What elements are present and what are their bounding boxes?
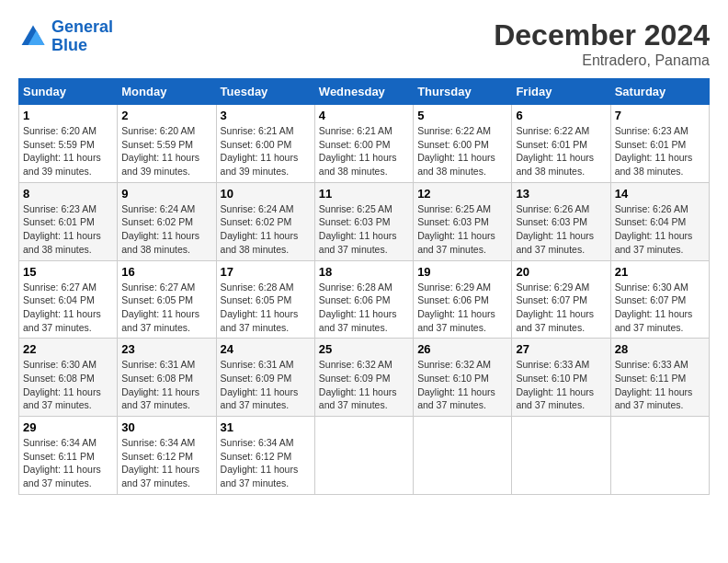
day-header-wednesday: Wednesday: [314, 79, 413, 105]
calendar-cell: [414, 417, 512, 495]
day-number: 19: [417, 265, 507, 279]
day-info: Sunrise: 6:20 AMSunset: 5:59 PMDaylight:…: [121, 124, 211, 178]
calendar-cell: 11 Sunrise: 6:25 AMSunset: 6:03 PMDaylig…: [314, 182, 413, 260]
calendar-cell: 2 Sunrise: 6:20 AMSunset: 5:59 PMDayligh…: [118, 105, 216, 183]
day-info: Sunrise: 6:20 AMSunset: 5:59 PMDaylight:…: [23, 124, 113, 178]
calendar-cell: [314, 417, 413, 495]
day-info: Sunrise: 6:28 AMSunset: 6:05 PMDaylight:…: [221, 281, 311, 335]
day-number: 24: [221, 342, 311, 356]
calendar-table: SundayMondayTuesdayWednesdayThursdayFrid…: [18, 78, 710, 495]
calendar-cell: 6 Sunrise: 6:22 AMSunset: 6:01 PMDayligh…: [512, 105, 610, 183]
logo: General Blue: [18, 18, 113, 55]
day-info: Sunrise: 6:23 AMSunset: 6:01 PMDaylight:…: [23, 202, 113, 257]
day-info: Sunrise: 6:29 AMSunset: 6:07 PMDaylight:…: [516, 281, 606, 335]
calendar-cell: 4 Sunrise: 6:21 AMSunset: 6:00 PMDayligh…: [314, 105, 413, 183]
main-title: December 2024: [494, 18, 710, 52]
day-number: 26: [417, 342, 507, 356]
day-info: Sunrise: 6:22 AMSunset: 6:00 PMDaylight:…: [417, 124, 507, 178]
day-info: Sunrise: 6:24 AMSunset: 6:02 PMDaylight:…: [221, 202, 311, 257]
day-header-monday: Monday: [118, 79, 216, 105]
day-info: Sunrise: 6:32 AMSunset: 6:10 PMDaylight:…: [417, 358, 507, 412]
calendar-cell: 26 Sunrise: 6:32 AMSunset: 6:10 PMDaylig…: [414, 339, 512, 417]
day-number: 31: [221, 420, 311, 434]
calendar-cell: 14 Sunrise: 6:26 AMSunset: 6:04 PMDaylig…: [610, 182, 709, 260]
day-header-sunday: Sunday: [19, 79, 118, 105]
day-info: Sunrise: 6:26 AMSunset: 6:03 PMDaylight:…: [516, 202, 606, 257]
calendar-cell: 7 Sunrise: 6:23 AMSunset: 6:01 PMDayligh…: [610, 105, 709, 183]
day-header-thursday: Thursday: [414, 79, 512, 105]
day-header-friday: Friday: [512, 79, 610, 105]
day-number: 6: [516, 109, 606, 122]
day-number: 16: [121, 265, 211, 279]
day-number: 18: [319, 265, 409, 279]
day-number: 20: [516, 265, 606, 279]
day-info: Sunrise: 6:22 AMSunset: 6:01 PMDaylight:…: [516, 124, 606, 178]
logo-text: General Blue: [51, 18, 113, 55]
page-header: General Blue December 2024 Entradero, Pa…: [18, 18, 710, 69]
day-number: 14: [615, 187, 705, 201]
title-block: December 2024 Entradero, Panama: [494, 18, 710, 69]
day-number: 12: [417, 187, 507, 201]
day-info: Sunrise: 6:32 AMSunset: 6:09 PMDaylight:…: [319, 358, 409, 412]
day-info: Sunrise: 6:27 AMSunset: 6:04 PMDaylight:…: [23, 281, 113, 335]
day-number: 27: [516, 342, 606, 356]
day-info: Sunrise: 6:34 AMSunset: 6:11 PMDaylight:…: [23, 436, 113, 490]
day-number: 22: [23, 342, 113, 356]
calendar-cell: 1 Sunrise: 6:20 AMSunset: 5:59 PMDayligh…: [19, 105, 118, 183]
day-number: 23: [121, 342, 211, 356]
day-number: 8: [23, 187, 113, 201]
calendar-cell: 29 Sunrise: 6:34 AMSunset: 6:11 PMDaylig…: [19, 417, 118, 495]
day-info: Sunrise: 6:31 AMSunset: 6:08 PMDaylight:…: [121, 358, 211, 412]
calendar-cell: 12 Sunrise: 6:25 AMSunset: 6:03 PMDaylig…: [414, 182, 512, 260]
calendar-cell: 18 Sunrise: 6:28 AMSunset: 6:06 PMDaylig…: [314, 260, 413, 339]
day-number: 17: [221, 265, 311, 279]
calendar-header-row: SundayMondayTuesdayWednesdayThursdayFrid…: [19, 79, 710, 105]
calendar-cell: 5 Sunrise: 6:22 AMSunset: 6:00 PMDayligh…: [414, 105, 512, 183]
day-info: Sunrise: 6:27 AMSunset: 6:05 PMDaylight:…: [121, 281, 211, 335]
day-number: 30: [121, 420, 211, 434]
day-info: Sunrise: 6:26 AMSunset: 6:04 PMDaylight:…: [615, 202, 705, 257]
calendar-cell: 23 Sunrise: 6:31 AMSunset: 6:08 PMDaylig…: [118, 339, 216, 417]
calendar-cell: 10 Sunrise: 6:24 AMSunset: 6:02 PMDaylig…: [216, 182, 314, 260]
day-number: 5: [417, 109, 507, 122]
calendar-cell: 28 Sunrise: 6:33 AMSunset: 6:11 PMDaylig…: [610, 339, 709, 417]
day-number: 9: [121, 187, 211, 201]
calendar-cell: 24 Sunrise: 6:31 AMSunset: 6:09 PMDaylig…: [216, 339, 314, 417]
calendar-cell: 13 Sunrise: 6:26 AMSunset: 6:03 PMDaylig…: [512, 182, 610, 260]
day-info: Sunrise: 6:33 AMSunset: 6:10 PMDaylight:…: [516, 358, 606, 412]
day-number: 13: [516, 187, 606, 201]
day-number: 21: [615, 265, 705, 279]
day-number: 4: [319, 109, 409, 122]
day-number: 10: [221, 187, 311, 201]
day-number: 28: [615, 342, 705, 356]
calendar-cell: 27 Sunrise: 6:33 AMSunset: 6:10 PMDaylig…: [512, 339, 610, 417]
day-number: 11: [319, 187, 409, 201]
day-number: 29: [23, 420, 113, 434]
day-info: Sunrise: 6:21 AMSunset: 6:00 PMDaylight:…: [221, 124, 311, 178]
calendar-cell: 25 Sunrise: 6:32 AMSunset: 6:09 PMDaylig…: [314, 339, 413, 417]
calendar-cell: 3 Sunrise: 6:21 AMSunset: 6:00 PMDayligh…: [216, 105, 314, 183]
subtitle: Entradero, Panama: [494, 52, 710, 69]
calendar-week-1: 1 Sunrise: 6:20 AMSunset: 5:59 PMDayligh…: [19, 105, 710, 183]
day-info: Sunrise: 6:29 AMSunset: 6:06 PMDaylight:…: [417, 281, 507, 335]
day-info: Sunrise: 6:30 AMSunset: 6:08 PMDaylight:…: [23, 358, 113, 412]
day-info: Sunrise: 6:25 AMSunset: 6:03 PMDaylight:…: [319, 202, 409, 257]
calendar-cell: 31 Sunrise: 6:34 AMSunset: 6:12 PMDaylig…: [216, 417, 314, 495]
day-info: Sunrise: 6:28 AMSunset: 6:06 PMDaylight:…: [319, 281, 409, 335]
day-number: 1: [23, 109, 113, 122]
calendar-cell: 8 Sunrise: 6:23 AMSunset: 6:01 PMDayligh…: [19, 182, 118, 260]
day-info: Sunrise: 6:30 AMSunset: 6:07 PMDaylight:…: [615, 281, 705, 335]
calendar-week-4: 22 Sunrise: 6:30 AMSunset: 6:08 PMDaylig…: [19, 339, 710, 417]
calendar-week-3: 15 Sunrise: 6:27 AMSunset: 6:04 PMDaylig…: [19, 260, 710, 339]
day-info: Sunrise: 6:33 AMSunset: 6:11 PMDaylight:…: [615, 358, 705, 412]
calendar-cell: [512, 417, 610, 495]
day-header-tuesday: Tuesday: [216, 79, 314, 105]
calendar-cell: 9 Sunrise: 6:24 AMSunset: 6:02 PMDayligh…: [118, 182, 216, 260]
day-info: Sunrise: 6:24 AMSunset: 6:02 PMDaylight:…: [121, 202, 211, 257]
calendar-cell: 16 Sunrise: 6:27 AMSunset: 6:05 PMDaylig…: [118, 260, 216, 339]
day-number: 3: [221, 109, 311, 122]
day-number: 15: [23, 265, 113, 279]
day-info: Sunrise: 6:34 AMSunset: 6:12 PMDaylight:…: [121, 436, 211, 490]
logo-icon: [18, 22, 48, 52]
calendar-cell: 19 Sunrise: 6:29 AMSunset: 6:06 PMDaylig…: [414, 260, 512, 339]
